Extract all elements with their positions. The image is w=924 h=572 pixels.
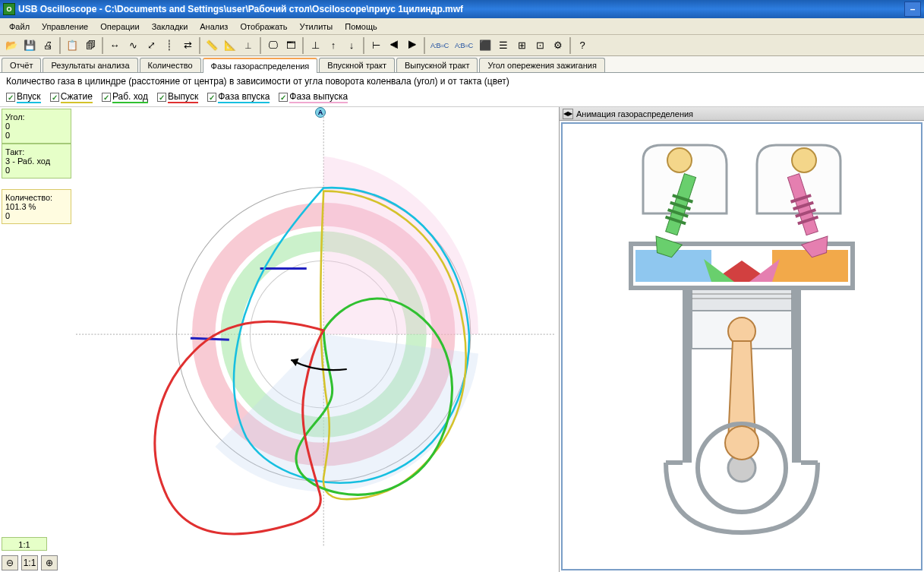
info-stroke: Такт: 3 - Раб. ход 0 (2, 144, 71, 179)
check-icon[interactable]: ✓ (102, 93, 111, 102)
tab-intake[interactable]: Впускной тракт (319, 58, 395, 72)
menu-display[interactable]: Отображать (234, 21, 293, 33)
table-icon[interactable]: ☰ (495, 37, 512, 54)
pan-icon[interactable]: ↔ (106, 37, 123, 54)
print-icon[interactable]: 🖨 (39, 37, 56, 54)
svg-rect-30 (692, 289, 792, 311)
tab-analysis-results[interactable]: Результаты анализа (43, 58, 137, 72)
help-icon[interactable]: ? (574, 37, 591, 54)
ruler2-icon[interactable]: 📐 (222, 37, 238, 54)
legend-label: Выпуск (168, 91, 198, 103)
tab-ignition-angle[interactable]: Угол опережения зажигания (479, 58, 604, 72)
engine-animation (561, 122, 922, 570)
info-stroke-label: Такт: (5, 147, 68, 156)
info-angle: Угол: 0 0 (2, 109, 71, 144)
collapse-toggle-icon[interactable]: ◀▶ (563, 109, 573, 119)
save-icon[interactable]: 💾 (21, 37, 38, 54)
legend-compression[interactable]: ✓ Сжатие (50, 91, 93, 103)
legend-power[interactable]: ✓ Раб. ход (102, 91, 148, 103)
check-icon[interactable]: ✓ (50, 93, 59, 102)
tab-report[interactable]: Отчёт (2, 58, 41, 72)
svg-point-23 (667, 148, 692, 172)
svg-rect-29 (792, 288, 801, 463)
zoom-reset-button[interactable]: 1:1 (21, 555, 38, 570)
trig1-icon[interactable]: ⊥ (307, 37, 323, 54)
cursor-icon[interactable]: ┊ (161, 37, 178, 54)
chart-caption: Количество газа в цилиндре (расстояние о… (0, 73, 924, 90)
mark-ab-icon[interactable]: A:B=C (428, 37, 451, 54)
up-icon[interactable]: ↑ (325, 37, 342, 54)
copy-icon[interactable]: 📋 (64, 37, 80, 54)
info-quantity-val2: 0 (5, 211, 68, 220)
info-angle-label: Угол: (5, 112, 68, 122)
polar-chart-pane: Угол: 0 0 Такт: 3 - Раб. ход 0 Количеств… (0, 107, 560, 572)
legend-exhaust-phase[interactable]: ✓ Фаза выпуска (279, 91, 348, 103)
app-icon: O (3, 3, 15, 15)
ruler3-icon[interactable]: ⟂ (240, 37, 257, 54)
check-icon[interactable]: ✓ (6, 93, 15, 102)
down-icon[interactable]: ↓ (343, 37, 360, 54)
back-icon[interactable]: ⯇ (386, 37, 402, 54)
trig2-icon[interactable]: ⊢ (367, 37, 384, 54)
ruler1-icon[interactable]: 📏 (203, 37, 220, 54)
legend-label: Сжатие (61, 91, 93, 103)
info-stroke-val2: 0 (5, 166, 68, 175)
legend-label: Впуск (17, 91, 41, 103)
view2-icon[interactable]: ⊡ (531, 37, 548, 54)
display2-icon[interactable]: 🗔 (282, 37, 299, 54)
settings-icon[interactable]: ⚙ (550, 37, 566, 54)
zoom-ratio: 1:1 (2, 537, 47, 551)
info-angle-val1: 0 (5, 122, 68, 131)
svg-rect-28 (683, 288, 692, 463)
menu-bookmarks[interactable]: Закладки (146, 21, 194, 33)
legend-label: Фаза впуска (218, 91, 270, 103)
menu-help[interactable]: Помощь (339, 21, 383, 33)
info-stroke-val1: 3 - Раб. ход (5, 156, 68, 166)
tab-gas-phases[interactable]: Фазы газораспределения (203, 58, 318, 73)
mark-green-icon[interactable]: ⬛ (477, 37, 494, 54)
animation-pane-title: Анимация газораспределения (576, 109, 693, 119)
legend-intake[interactable]: ✓ Впуск (6, 91, 41, 103)
legend-exhaust[interactable]: ✓ Выпуск (157, 91, 198, 103)
info-quantity-label: Количество: (5, 193, 68, 202)
tab-quantity[interactable]: Количество (140, 58, 201, 72)
polar-plot (76, 110, 556, 551)
info-angle-val2: 0 (5, 131, 68, 140)
zoom-out-button[interactable]: ⊖ (2, 555, 18, 570)
menu-control[interactable]: Управление (36, 21, 94, 33)
copy2-icon[interactable]: 🗐 (82, 37, 99, 54)
view1-icon[interactable]: ⊞ (513, 37, 530, 54)
wave-icon[interactable]: ∿ (125, 37, 141, 54)
nav-icon[interactable]: ⇄ (179, 37, 196, 54)
minimize-button[interactable]: – (904, 2, 921, 17)
check-icon[interactable]: ✓ (157, 93, 166, 102)
svg-point-24 (792, 148, 816, 172)
info-quantity: Количество: 101.3 % 0 (2, 189, 71, 224)
legend-label: Раб. ход (112, 91, 148, 103)
check-icon[interactable]: ✓ (279, 93, 288, 102)
legend-label: Фаза выпуска (289, 91, 348, 103)
zoom-in-button[interactable]: ⊕ (41, 555, 58, 570)
menu-operations[interactable]: Операции (94, 21, 145, 33)
open-icon[interactable]: 📂 (3, 37, 20, 54)
tab-exhaust[interactable]: Выпускной тракт (396, 58, 478, 72)
display1-icon[interactable]: 🖵 (264, 37, 281, 54)
info-quantity-val1: 101.3 % (5, 202, 68, 211)
svg-point-37 (725, 426, 758, 460)
menu-file[interactable]: Файл (3, 21, 36, 33)
zoomfit-icon[interactable]: ⤢ (143, 37, 159, 54)
check-icon[interactable]: ✓ (207, 93, 216, 102)
window-title: USB Oscilloscope - C:\Documents and Sett… (18, 4, 463, 14)
menu-utilities[interactable]: Утилиты (294, 21, 339, 33)
legend-intake-phase[interactable]: ✓ Фаза впуска (207, 91, 270, 103)
menu-analysis[interactable]: Анализ (194, 21, 234, 33)
mark-ab2-icon[interactable]: A:B=C (453, 37, 475, 54)
fwd-icon[interactable]: ⯈ (404, 37, 421, 54)
